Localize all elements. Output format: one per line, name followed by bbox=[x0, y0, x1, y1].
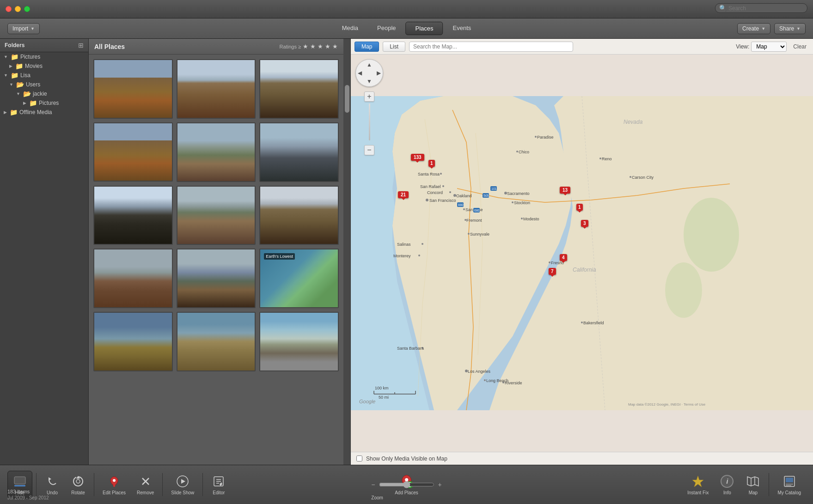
photo-scrollbar[interactable] bbox=[343, 39, 351, 465]
photo-3[interactable] bbox=[259, 59, 339, 119]
star-icon-2[interactable]: ★ bbox=[310, 43, 316, 50]
tab-people[interactable]: People bbox=[368, 22, 405, 35]
close-button[interactable] bbox=[6, 6, 12, 12]
sidebar-label-jackie: jackie bbox=[33, 91, 47, 97]
svg-text:Monterey: Monterey bbox=[393, 254, 411, 258]
svg-text:Bakersfield: Bakersfield bbox=[583, 321, 604, 325]
sidebar-item-pictures2[interactable]: ▶ 📁 Pictures bbox=[0, 98, 88, 108]
photo-4[interactable] bbox=[93, 122, 173, 182]
map-controls: ▲ ▼ ◀ ▶ + − bbox=[355, 59, 383, 155]
svg-text:100 km: 100 km bbox=[375, 386, 389, 390]
map-search-input[interactable] bbox=[409, 42, 573, 52]
map-pin-133[interactable]: 133 bbox=[411, 154, 424, 161]
remove-tool[interactable]: Remove bbox=[132, 471, 159, 498]
rotate-label: Rotate bbox=[71, 490, 85, 495]
toolbar-right: Create ▼ Share ▼ bbox=[737, 23, 806, 34]
create-label: Create bbox=[742, 25, 759, 32]
import-button[interactable]: Import ▼ bbox=[7, 23, 40, 34]
edit-places-icon bbox=[107, 474, 122, 489]
rotate-tool[interactable]: Rotate bbox=[66, 471, 90, 498]
tab-places[interactable]: Places bbox=[406, 22, 443, 35]
photo-11[interactable] bbox=[177, 249, 256, 308]
svg-text:Google: Google bbox=[359, 399, 375, 404]
map-zoom-in-button[interactable]: + bbox=[364, 91, 374, 102]
sidebar-item-pictures[interactable]: ▼ 📁 Pictures bbox=[0, 52, 88, 61]
show-media-label[interactable]: Show Only Media Visible on Map bbox=[366, 455, 447, 462]
map-tool-icon bbox=[746, 474, 760, 489]
svg-point-33 bbox=[484, 379, 486, 381]
sidebar-item-movies[interactable]: ▶ 📁 Movies bbox=[0, 61, 88, 71]
photo-13-sign[interactable] bbox=[93, 312, 173, 371]
remove-icon bbox=[138, 474, 153, 489]
titlebar-searchbar[interactable]: 🔍 bbox=[715, 3, 807, 13]
svg-marker-91 bbox=[692, 476, 703, 487]
star-icon-4[interactable]: ★ bbox=[325, 43, 330, 50]
share-button[interactable]: Share ▼ bbox=[774, 23, 806, 34]
create-button[interactable]: Create ▼ bbox=[737, 23, 770, 34]
map-tab-map[interactable]: Map bbox=[355, 42, 379, 52]
map-pin-21[interactable]: 21 bbox=[398, 191, 409, 198]
slideshow-tool[interactable]: Slide Show bbox=[166, 471, 199, 498]
photo-15-road[interactable] bbox=[259, 312, 339, 371]
zoom-slider[interactable] bbox=[379, 481, 434, 488]
sidebar-header: Folders ⊞ bbox=[0, 39, 88, 52]
photo-7[interactable] bbox=[93, 186, 173, 245]
slideshow-icon bbox=[175, 474, 190, 489]
star-icon-3[interactable]: ★ bbox=[318, 43, 323, 50]
map-pin-1b[interactable]: 1 bbox=[576, 204, 583, 211]
map-pin-13[interactable]: 13 bbox=[560, 187, 570, 194]
edit-places-label: Edit Places bbox=[103, 490, 126, 495]
nav-east-icon[interactable]: ▶ bbox=[377, 70, 381, 76]
nav-tabs: Media People Places Events bbox=[333, 22, 481, 35]
svg-text:Salinas: Salinas bbox=[397, 242, 411, 247]
map-pin-3[interactable]: 3 bbox=[581, 220, 588, 227]
svg-point-35 bbox=[599, 158, 601, 159]
instant-fix-tool[interactable]: Instant Fix bbox=[683, 471, 713, 498]
svg-text:Concord: Concord bbox=[427, 190, 443, 195]
photo-9[interactable] bbox=[259, 186, 339, 245]
map-tool[interactable]: Map bbox=[741, 471, 765, 498]
photo-5[interactable] bbox=[177, 122, 256, 182]
map-pin-7[interactable]: 7 bbox=[549, 268, 556, 275]
show-media-checkbox[interactable] bbox=[356, 455, 362, 461]
titlebar-search-input[interactable] bbox=[728, 5, 803, 12]
sidebar-grid-icon[interactable]: ⊞ bbox=[78, 42, 84, 49]
map-tab-list[interactable]: List bbox=[383, 42, 405, 52]
chevron-down-icon: ▼ bbox=[16, 91, 20, 96]
map-pin-4[interactable]: 4 bbox=[560, 254, 567, 261]
photo-2[interactable] bbox=[177, 59, 256, 119]
import-label: Import bbox=[12, 25, 28, 32]
photo-1[interactable] bbox=[93, 59, 173, 119]
zoom-label: Zoom bbox=[371, 495, 383, 500]
sidebar-item-users[interactable]: ▼ 📂 Users bbox=[0, 80, 88, 89]
editor-tool[interactable]: Editor bbox=[207, 471, 231, 498]
scroll-thumb[interactable] bbox=[345, 85, 349, 113]
photo-10[interactable] bbox=[93, 249, 173, 308]
photo-12-earthmap[interactable]: Earth's Lowest bbox=[259, 249, 339, 308]
svg-marker-73 bbox=[49, 477, 51, 480]
star-icon-1[interactable]: ★ bbox=[303, 43, 308, 50]
maximize-button[interactable] bbox=[24, 6, 30, 12]
map-zoom-out-button[interactable]: − bbox=[364, 145, 374, 155]
minimize-button[interactable] bbox=[15, 6, 21, 12]
my-catalog-tool[interactable]: My Catalog bbox=[773, 471, 806, 498]
undo-icon bbox=[45, 474, 60, 489]
sidebar-item-jackie[interactable]: ▼ 📂 jackie bbox=[0, 89, 88, 98]
edit-places-tool[interactable]: Edit Places bbox=[98, 471, 130, 498]
sidebar-item-offline[interactable]: ▶ 📁 Offline Media bbox=[0, 108, 88, 117]
photo-8[interactable] bbox=[177, 186, 256, 245]
info-tool[interactable]: i Info bbox=[715, 471, 739, 498]
nav-west-icon[interactable]: ◀ bbox=[358, 70, 362, 76]
tab-media[interactable]: Media bbox=[333, 22, 367, 35]
tab-events[interactable]: Events bbox=[444, 22, 481, 35]
map-clear-button[interactable]: Clear bbox=[790, 43, 809, 51]
nav-south-icon[interactable]: ▼ bbox=[367, 78, 372, 85]
svg-point-75 bbox=[76, 480, 80, 483]
nav-north-icon[interactable]: ▲ bbox=[367, 61, 372, 68]
view-select[interactable]: Map Satellite Hybrid bbox=[751, 42, 787, 52]
star-icon-5[interactable]: ★ bbox=[332, 43, 338, 50]
sidebar-item-lisa[interactable]: ▼ 📁 Lisa bbox=[0, 71, 88, 80]
map-pin-1a[interactable]: 1 bbox=[428, 160, 435, 167]
photo-6[interactable] bbox=[259, 122, 339, 182]
photo-14[interactable] bbox=[177, 312, 256, 371]
